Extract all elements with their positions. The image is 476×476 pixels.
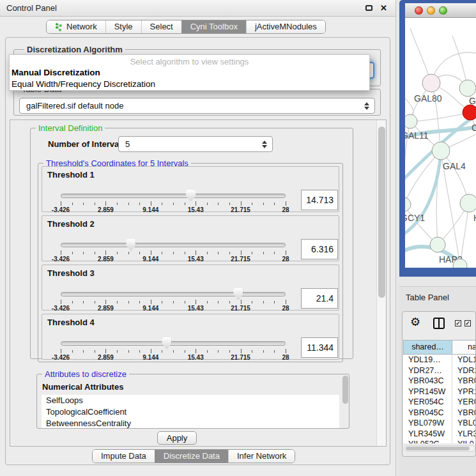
float-window-icon[interactable] [365, 5, 372, 11]
tick-label: 28 [282, 305, 289, 312]
table-row[interactable]: YIL053CYIL0 [403, 439, 476, 443]
tab-discretize-data[interactable]: Discretize Data [155, 450, 228, 463]
tick-mark [286, 349, 286, 353]
numerical-attributes-list[interactable]: SelfLoopsTopologicalCoefficientBetweenne… [42, 395, 339, 428]
threshold-value-field[interactable]: 14.713 [301, 190, 338, 210]
tick-label: 15.43 [188, 354, 204, 361]
dropdown-option[interactable]: Manual Discretization [10, 67, 369, 79]
table-data-combobox[interactable]: galFiltered.sif default node [19, 98, 375, 114]
settings-scrollbar-thumb[interactable] [378, 127, 385, 298]
slider-ticks [61, 250, 286, 256]
table-row[interactable]: YBL079WYBL0 [403, 418, 476, 429]
cell-name: YLR3 [452, 429, 476, 440]
table-row[interactable]: YLR345WYLR3 [403, 429, 476, 440]
close-traffic-light-icon[interactable] [415, 6, 423, 15]
minimize-traffic-light-icon[interactable] [427, 6, 435, 15]
node-label: GAL4 [443, 161, 466, 171]
tick-label: 15.43 [188, 206, 204, 213]
gear-icon[interactable]: ⚙ [410, 315, 420, 329]
threshold-slider[interactable] [61, 341, 286, 346]
attribute-list-item[interactable]: TopologicalCoefficient [42, 406, 339, 418]
tick-mark [207, 301, 208, 303]
slider-thumb[interactable] [126, 239, 135, 251]
table-row[interactable]: YBR043CYBR0 [403, 376, 476, 387]
slider-tick-labels: -3.4262.8599.14415.4321.71528 [61, 354, 286, 361]
tab-jactivemnodules[interactable]: jActiveMNodules [246, 20, 325, 33]
threshold-panel: Threshold 4-3.4262.8599.14415.4321.71528… [42, 314, 339, 360]
tab-select[interactable]: Select [141, 20, 181, 33]
slider-thumb[interactable] [162, 337, 171, 349]
network-canvas[interactable]: GAL80GACGAL11GAL4GCY1HHAP2 [405, 18, 476, 268]
network-node-gcy1[interactable] [405, 197, 411, 211]
threshold-slider[interactable] [61, 292, 286, 296]
bottom-tab-bar: Impute DataDiscretize DataInfer Network [92, 449, 295, 463]
threshold-value-field[interactable]: 21.4 [301, 288, 338, 309]
threshold-value-field[interactable]: 6.316 [301, 239, 338, 259]
tick-label: -3.426 [52, 305, 70, 312]
settings-scrollbar-track[interactable] [376, 120, 386, 446]
network-node-hap2[interactable] [430, 237, 445, 252]
table-data-value: galFiltered.sif default node [26, 98, 123, 113]
discretization-algorithm-title: Discretization Algorithm [24, 45, 125, 54]
tick-mark [207, 350, 208, 353]
tick-mark [151, 300, 151, 304]
dropdown-option[interactable]: Equal Width/Frequency Discretization [10, 79, 369, 90]
tab-label: jActiveMNodules [255, 20, 317, 33]
table-row[interactable]: YER054CYER0 [403, 397, 476, 408]
number-of-intervals-combobox[interactable]: 5 [118, 136, 273, 152]
close-icon[interactable]: ✕ [380, 3, 387, 13]
network-edge-thick[interactable] [405, 151, 441, 236]
columns-icon[interactable] [433, 318, 445, 329]
table-hscrollbar-thumb[interactable] [406, 447, 470, 450]
attributes-list-scrollbar[interactable] [342, 376, 348, 404]
tick-mark [229, 350, 230, 353]
column-header-shared-name[interactable]: shared… [403, 340, 452, 355]
tick-mark [173, 252, 174, 254]
tick-mark [173, 301, 174, 303]
table-row[interactable]: YDR27…YDR2 [403, 365, 476, 376]
tab-cyni-toolbox[interactable]: Cyni Toolbox [181, 20, 246, 33]
tick-mark [61, 250, 61, 255]
network-node-gal4[interactable] [432, 142, 450, 160]
threshold-value-field[interactable]: 11.344 [301, 337, 338, 358]
tick-mark [139, 301, 140, 303]
checkbox-icon[interactable]: ✓ [464, 320, 471, 326]
network-node-h[interactable] [460, 194, 476, 212]
tick-mark [286, 250, 286, 255]
tab-network[interactable]: Network [47, 20, 105, 33]
network-node-gal80[interactable] [422, 74, 440, 92]
tick-mark [218, 301, 219, 303]
stepper-arrows-icon [364, 102, 370, 111]
tick-label: 9.144 [142, 305, 158, 312]
network-node-ga[interactable] [459, 80, 476, 96]
slider-thumb[interactable] [233, 288, 243, 300]
apply-button[interactable]: Apply [157, 431, 197, 445]
table-row[interactable]: YBR045CYBR0 [403, 408, 476, 418]
control-panel-titlebar: Control Panel ✕ [0, 0, 395, 17]
tab-infer-network[interactable]: Infer Network [228, 450, 295, 463]
threshold-slider[interactable] [61, 243, 286, 247]
network-node-gal11[interactable] [405, 114, 417, 128]
tick-mark [252, 301, 252, 303]
cell-name: YBR0 [452, 376, 476, 387]
table-row[interactable]: YPR145WYPR1 [403, 387, 476, 397]
column-header-name[interactable]: na [452, 340, 476, 355]
network-edge[interactable] [410, 112, 470, 121]
threshold-panel: Threshold 2-3.4262.8599.14415.4321.71528… [42, 215, 339, 261]
tick-mark [286, 300, 286, 304]
tick-mark [286, 201, 286, 206]
tab-impute-data[interactable]: Impute Data [93, 450, 155, 463]
zoom-traffic-light-icon[interactable] [439, 6, 447, 15]
tick-label: 2.859 [98, 206, 114, 213]
slider-thumb[interactable] [186, 190, 196, 202]
table-hscrollbar-track[interactable] [404, 445, 475, 452]
tick-mark [128, 301, 129, 303]
attribute-list-item[interactable]: BetweennessCentrality [42, 418, 339, 428]
checkbox-icon[interactable]: ✓ [455, 320, 461, 326]
network-node-c[interactable] [463, 105, 476, 120]
attribute-list-item[interactable]: SelfLoops [42, 395, 339, 406]
tab-style[interactable]: Style [105, 20, 141, 33]
attributes-to-discretize-group: Attributes to discretize Numerical Attri… [36, 374, 349, 429]
table-row[interactable]: YDL19…YDL1 [403, 355, 476, 365]
threshold-slider[interactable] [61, 194, 286, 198]
